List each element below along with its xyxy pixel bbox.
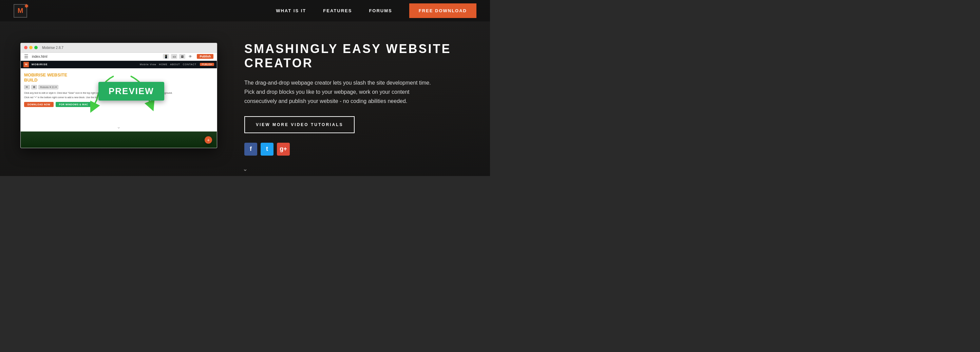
main-description: The drag-and-drop webpage creator lets y… xyxy=(244,78,441,106)
main-heading: SMASHINGLY EASY WEBSITE CREATOR xyxy=(244,42,469,70)
facebook-icon[interactable]: f xyxy=(244,143,257,155)
inner-heading: MOBIRISE WEBSITE BUILD xyxy=(24,72,213,83)
inner-nav-home: HOME xyxy=(159,63,168,66)
scroll-down-indicator: ⌄ xyxy=(243,165,248,173)
inner-toolbar-btn1: ✏ xyxy=(24,85,30,90)
close-dot xyxy=(24,46,27,49)
title-bar: Mobirise 2.8.7 xyxy=(21,43,217,53)
maximize-dot xyxy=(34,46,38,49)
hamburger-icon: ☰ xyxy=(24,54,29,59)
twitter-icon[interactable]: t xyxy=(261,143,274,155)
nav-links: WHAT IS IT FEATURES FORUMS FREE DOWNLOAD xyxy=(276,3,476,18)
nav-forums[interactable]: FORUMS xyxy=(369,8,392,13)
inner-windows-btn: FOR WINDOWS & MAC xyxy=(56,102,92,107)
inner-nav-contact: CONTACT xyxy=(183,63,196,66)
publish-button[interactable]: Publish xyxy=(197,54,213,59)
navbar: M ✱ WHAT IS IT FEATURES FORUMS FREE DOWN… xyxy=(0,0,490,21)
gear-icon: ✱ xyxy=(24,3,29,9)
text-content: SMASHINGLY EASY WEBSITE CREATOR The drag… xyxy=(231,42,469,155)
logo-box: M ✱ xyxy=(14,4,27,18)
nav-features[interactable]: FEATURES xyxy=(323,8,352,13)
inner-download-btn: DOWNLOAD NOW xyxy=(24,102,54,107)
inner-brand: MOBIRISE xyxy=(32,63,48,66)
inner-nav-label: Mobile View xyxy=(140,63,156,66)
tablet-icon: ▭ xyxy=(171,54,177,59)
desktop-icon: 🖥 xyxy=(179,54,185,59)
nav-what-is-it[interactable]: WHAT IS IT xyxy=(276,8,306,13)
logo-letter: M xyxy=(18,7,24,14)
window-title: Mobirise 2.8.7 xyxy=(40,46,213,50)
inner-logo: M xyxy=(24,62,29,67)
logo[interactable]: M ✱ xyxy=(14,4,27,18)
inner-publish-btn: PUBLISH xyxy=(200,63,214,66)
inner-nav-about: ABOUT xyxy=(170,63,180,66)
inner-nav: M MOBIRISE Mobile View HOME ABOUT CONTAC… xyxy=(21,61,217,68)
app-chevron-icon: ⌄ xyxy=(117,124,121,130)
inner-nav-links: Mobile View HOME ABOUT CONTACT xyxy=(140,63,196,66)
app-screenshot: Mobirise 2.8.7 ☰ index.html 📱 ▭ 🖥 👁 Publ… xyxy=(21,43,217,155)
toolbar-icons: 📱 ▭ 🖥 👁 xyxy=(163,54,193,59)
main-heading-line1: SMASHINGLY EASY WEBSITE xyxy=(244,42,469,56)
social-icons: f t g+ xyxy=(244,143,469,155)
inner-site-preview: M MOBIRISE Mobile View HOME ABOUT CONTAC… xyxy=(21,61,217,148)
add-block-button[interactable]: + xyxy=(205,136,212,144)
inner-bottom-strip xyxy=(21,131,217,148)
free-download-button[interactable]: FREE DOWNLOAD xyxy=(409,3,476,18)
inner-buttons-row: DOWNLOAD NOW FOR WINDOWS & MAC xyxy=(24,102,213,107)
inner-font-select: Roboto ▾ 21 ▾ xyxy=(38,85,58,90)
inner-heading-line1: MOBIRISE WEBSITE xyxy=(24,72,213,78)
eye-icon: 👁 xyxy=(189,55,192,58)
address-input: index.html xyxy=(32,55,159,58)
main-content: Mobirise 2.8.7 ☰ index.html 📱 ▭ 🖥 👁 Publ… xyxy=(0,21,490,176)
address-bar: ☰ index.html 📱 ▭ 🖥 👁 Publish xyxy=(21,53,217,61)
main-heading-line2: CREATOR xyxy=(244,56,469,70)
window-controls xyxy=(24,46,38,49)
preview-button[interactable]: PREVIEW xyxy=(99,82,164,101)
google-plus-icon[interactable]: g+ xyxy=(277,143,290,155)
mobile-icon: 📱 xyxy=(163,54,169,59)
minimize-dot xyxy=(29,46,33,49)
inner-toolbar-btn2: ⚙ xyxy=(31,85,37,90)
video-tutorials-button[interactable]: VIEW MORE VIDEO TUTORIALS xyxy=(244,116,355,133)
